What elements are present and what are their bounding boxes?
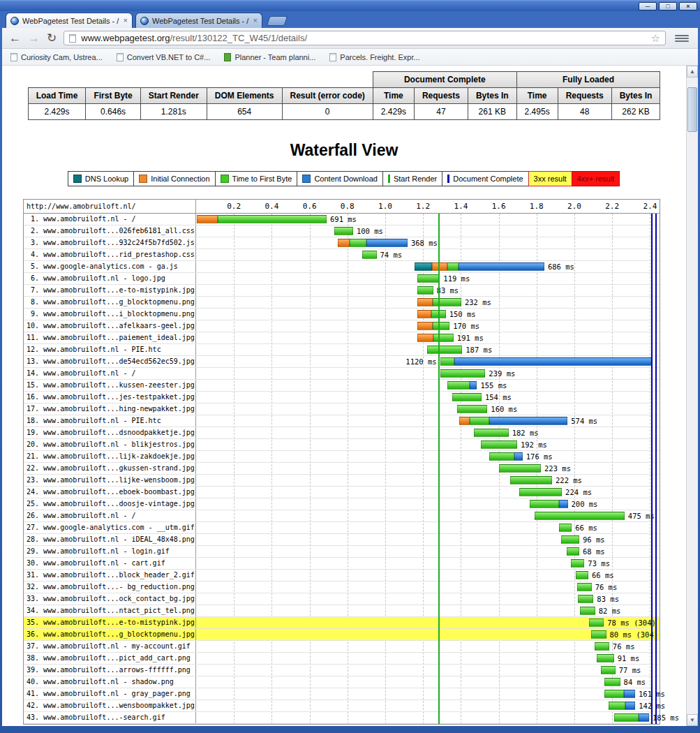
- browser-tab[interactable]: WebPagetest Test Details - /: [135, 13, 262, 28]
- tab-close-icon[interactable]: [124, 17, 128, 24]
- title-bar: [0, 0, 700, 11]
- request-timeline: 150 ms: [196, 309, 660, 320]
- ttfb-segment: [561, 535, 579, 544]
- legend-swatch-icon: [302, 175, 311, 183]
- bookmark-item[interactable]: Parcels. Freight. Expr...: [329, 53, 419, 61]
- close-button[interactable]: [679, 2, 697, 10]
- document-complete-line: [651, 214, 653, 724]
- scroll-up-arrow-icon[interactable]: [687, 66, 698, 77]
- waterfall-row: 36. www.amobruiloft...g_blocktopmenu.jpg…: [24, 629, 660, 641]
- request-timeline: 76 ms: [196, 641, 660, 652]
- dns-segment: [415, 262, 432, 271]
- request-timeline: 83 ms: [196, 593, 660, 605]
- maximize-button[interactable]: [659, 2, 677, 10]
- request-url: 17. www.amobruiloft...hing-newpakket.jpg: [24, 403, 196, 415]
- request-timeline: 368 ms: [196, 237, 660, 249]
- address-bar[interactable]: www.webpagetest.org/result/130122_TC_W45…: [64, 31, 666, 45]
- request-url: 6. www.amobruiloft.nl - logo.jpg: [24, 273, 196, 284]
- waterfall-row: 15. www.amobruiloft...kussen-zeester.jpg…: [24, 380, 660, 392]
- scrollbar-track[interactable]: [687, 77, 698, 714]
- dl-segment: [459, 262, 544, 271]
- request-url: 19. www.amobruiloft...dsnoodpakketje.jpg: [24, 427, 196, 438]
- waterfall-row: 6. www.amobruiloft.nl - logo.jpg119 ms: [24, 273, 660, 285]
- bookmark-item[interactable]: Planner - Team planni...: [224, 53, 315, 61]
- request-timeline: 66 ms: [196, 570, 660, 581]
- request-duration-label: 182 ms: [512, 429, 539, 438]
- document-complete-line: [655, 214, 657, 724]
- request-duration-label: 83 ms: [597, 595, 619, 604]
- browser-menu-button[interactable]: [673, 32, 691, 44]
- waterfall-row: 16. www.amobruiloft...jes-testpakket.jpg…: [24, 392, 660, 403]
- request-url: 1. www.amobruiloft.nl - /: [24, 214, 196, 225]
- bookmark-star-icon[interactable]: [651, 32, 660, 45]
- waterfall-row: 32. www.amobruiloft...- bg_reduction.png…: [24, 582, 660, 593]
- request-timeline: 82 ms: [196, 605, 660, 616]
- waterfall-row: 24. www.amobruiloft...eboek-boombast.jpg…: [24, 487, 660, 498]
- back-button[interactable]: [9, 32, 21, 44]
- ttfb-segment: [447, 262, 459, 271]
- vertical-scrollbar[interactable]: [686, 66, 698, 726]
- waterfall-row: 30. www.amobruiloft.nl - cart.gif73 ms: [24, 558, 660, 570]
- bookmark-item[interactable]: Convert VB.NET to C#...: [117, 53, 211, 61]
- waterfall-row: 13. www.amobruiloft...de54ecd562ec59.jpg…: [24, 356, 660, 368]
- reload-button[interactable]: [47, 32, 57, 44]
- legend-line-icon: [388, 175, 390, 183]
- waterfall-header: http://www.amobruiloft.nl/ 0.20.40.60.81…: [24, 200, 660, 214]
- page-area: Document CompleteFully LoadedLoad TimeFi…: [2, 66, 698, 726]
- request-url: 20. www.amobruiloft.nl - blikjestros.jpg: [24, 439, 196, 450]
- summary-value: 2.429s: [28, 104, 86, 120]
- waterfall-row: 35. www.amobruiloft...e-to-mistypink.jpg…: [24, 617, 660, 629]
- url-path: /result/130122_TC_W45/1/details/: [170, 33, 307, 43]
- request-timeline: 170 ms: [196, 320, 660, 332]
- request-url: 11. www.amobruiloft...paiement_ideal.jpg: [24, 332, 196, 343]
- request-duration-label: 574 ms: [571, 417, 597, 426]
- legend-item: 3xx result: [528, 171, 572, 186]
- request-url: 27. www.google-analytics.com - __utm.gif: [24, 522, 196, 533]
- request-url: 16. www.amobruiloft...jes-testpakket.jpg: [24, 392, 196, 403]
- request-timeline: 155 ms: [196, 380, 660, 391]
- request-duration-label: 239 ms: [489, 369, 515, 378]
- request-timeline: 160 ms: [196, 403, 660, 415]
- request-duration-label: 96 ms: [583, 535, 605, 545]
- axis-tick-label: 0.6: [303, 202, 317, 211]
- legend-item: Content Download: [297, 171, 383, 186]
- request-duration-label: 119 ms: [443, 274, 470, 283]
- ttfb-segment: [452, 393, 482, 401]
- summary-group-spacer: [28, 72, 373, 88]
- request-timeline: 232 ms: [196, 297, 660, 308]
- request-timeline: 119 ms: [196, 273, 660, 284]
- bookmark-favicon-icon: [329, 53, 336, 61]
- connect-segment: [459, 417, 470, 425]
- ttfb-segment: [567, 547, 579, 556]
- axis-tick-label: 1.6: [492, 202, 506, 211]
- forward-button[interactable]: [28, 32, 40, 44]
- legend-item: DNS Lookup: [68, 171, 134, 186]
- legend-line-icon: [447, 175, 449, 183]
- bookmark-label: Convert VB.NET to C#...: [127, 53, 211, 61]
- minimize-button[interactable]: [639, 2, 657, 10]
- request-timeline: 161 ms: [196, 688, 660, 699]
- tested-page-url: http://www.amobruiloft.nl/: [24, 200, 196, 213]
- bookmark-item[interactable]: Curiosity Cam, Ustrea...: [10, 53, 103, 61]
- scroll-down-arrow-icon[interactable]: [687, 714, 698, 726]
- request-url: 34. www.amobruiloft...ntact_pict_tel.png: [24, 605, 196, 616]
- axis-tick-label: 0.2: [227, 202, 241, 211]
- ttfb-segment: [576, 571, 588, 579]
- waterfall-row: 4. www.amobruiloft...rid_prestashop.css7…: [24, 249, 660, 261]
- summary-value: 0: [282, 104, 373, 120]
- waterfall-row: 23. www.amobruiloft...lijke-wensboom.jpg…: [24, 475, 660, 487]
- new-tab-button[interactable]: [267, 16, 288, 26]
- request-duration-label: 686 ms: [548, 262, 574, 272]
- axis-tick-label: 2.4: [643, 202, 657, 211]
- browser-tab[interactable]: WebPagetest Test Details - /: [6, 13, 133, 28]
- legend-item: Document Complete: [442, 171, 528, 186]
- request-url: 10. www.amobruiloft...afelkaars-geel.jpg: [24, 320, 196, 332]
- request-timeline: 223 ms: [196, 463, 660, 474]
- tab-close-icon[interactable]: [253, 17, 258, 24]
- scrollbar-thumb[interactable]: [687, 87, 697, 132]
- request-duration-label: 187 ms: [466, 346, 492, 355]
- request-duration-label: 68 ms: [583, 547, 605, 556]
- legend-swatch-icon: [139, 175, 147, 183]
- waterfall-row: 34. www.amobruiloft...ntact_pict_tel.png…: [24, 605, 660, 617]
- request-timeline: 1120 ms: [196, 356, 660, 367]
